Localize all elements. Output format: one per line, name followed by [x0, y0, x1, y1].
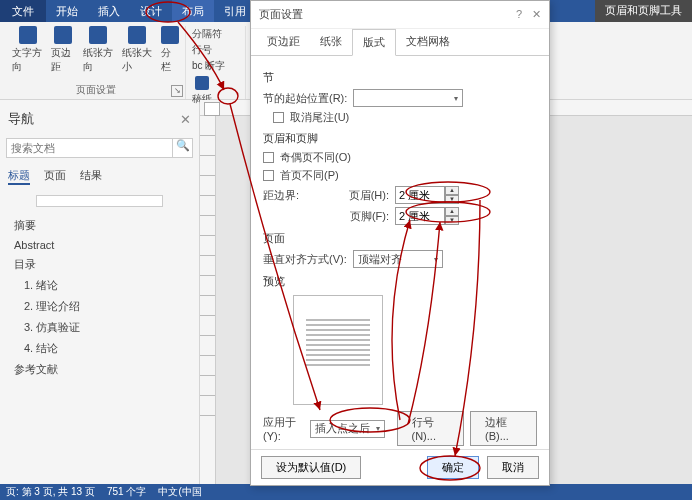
down-icon[interactable]: ▼	[445, 195, 459, 204]
cancel-button[interactable]: 取消	[487, 456, 539, 479]
nav-tab-headings[interactable]: 标题	[8, 168, 30, 185]
section-start-select[interactable]: ▾	[353, 89, 463, 107]
first-page-checkbox[interactable]	[263, 170, 274, 181]
tab-design[interactable]: 设计	[130, 0, 172, 22]
page-setup-launcher[interactable]: ↘	[171, 85, 183, 97]
dlg-tab-grid[interactable]: 文档网格	[396, 29, 460, 55]
line-numbers-dialog-button[interactable]: 行号(N)...	[397, 411, 464, 446]
orientation-button[interactable]: 纸张方向	[83, 26, 114, 74]
columns-label: 分栏	[161, 46, 179, 74]
margins-label: 页边距	[51, 46, 74, 74]
tab-home[interactable]: 开始	[46, 0, 88, 22]
page-setup-group-label: 页面设置	[76, 81, 116, 99]
navigation-pane: 导航 ✕ 🔍 标题 页面 结果 摘要 Abstract 目录 1. 绪论 2. …	[0, 100, 200, 484]
tab-insert[interactable]: 插入	[88, 0, 130, 22]
dlg-tab-margins[interactable]: 页边距	[257, 29, 310, 55]
outline-item[interactable]: 参考文献	[6, 359, 193, 380]
down-icon[interactable]: ▼	[445, 216, 459, 225]
status-words[interactable]: 751 个字	[107, 485, 146, 499]
outline-item[interactable]: 1. 绪论	[6, 275, 193, 296]
page-setup-dialog: 页面设置 ? ✕ 页边距 纸张 版式 文档网格 节 节的起始位置(R): ▾ 取…	[250, 0, 550, 486]
status-pages[interactable]: 页: 第 3 页, 共 13 页	[6, 485, 95, 499]
size-label: 纸张大小	[122, 46, 153, 74]
valign-select[interactable]: 顶端对齐▾	[353, 250, 443, 268]
footer-spinner[interactable]: ▲▼	[395, 207, 459, 225]
outline-item[interactable]: 3. 仿真验证	[6, 317, 193, 338]
vertical-ruler[interactable]	[200, 116, 216, 484]
text-direction-button[interactable]: 文字方向	[12, 26, 43, 74]
header-label: 页眉(H):	[339, 188, 389, 203]
first-page-label: 首页不同(P)	[280, 168, 339, 183]
nav-close-icon[interactable]: ✕	[180, 112, 191, 127]
odd-even-checkbox[interactable]	[263, 152, 274, 163]
odd-even-label: 奇偶页不同(O)	[280, 150, 351, 165]
dlg-tab-layout[interactable]: 版式	[352, 29, 396, 56]
preview-heading: 预览	[263, 274, 537, 289]
outline-item[interactable]: 4. 结论	[6, 338, 193, 359]
borders-dialog-button[interactable]: 边框(B)...	[470, 411, 537, 446]
page-heading: 页面	[263, 231, 537, 246]
suppress-endnotes-label: 取消尾注(U)	[290, 110, 349, 125]
preview-thumbnail	[293, 295, 383, 405]
header-spinner[interactable]: ▲▼	[395, 186, 459, 204]
footer-input[interactable]	[395, 207, 445, 225]
dialog-close-icon[interactable]: ✕	[532, 8, 541, 21]
outline-item[interactable]: 目录	[6, 254, 193, 275]
text-direction-label: 文字方向	[12, 46, 43, 74]
outline-item[interactable]: Abstract	[6, 236, 193, 254]
dialog-title: 页面设置	[259, 7, 303, 22]
margins-button[interactable]: 页边距	[51, 26, 74, 74]
section-start-label: 节的起始位置(R):	[263, 91, 347, 106]
nav-tab-pages[interactable]: 页面	[44, 168, 66, 185]
status-lang[interactable]: 中文(中国	[158, 485, 201, 499]
ok-button[interactable]: 确定	[427, 456, 479, 479]
apply-to-value: 插入点之后	[315, 421, 370, 436]
hyphenation-button[interactable]: bc 断字	[192, 58, 225, 74]
margin-label: 距边界:	[263, 188, 333, 203]
dialog-help-icon[interactable]: ?	[516, 8, 522, 21]
header-input[interactable]	[395, 186, 445, 204]
valign-value: 顶端对齐	[358, 252, 402, 267]
apply-to-select[interactable]: 插入点之后▾	[310, 420, 385, 438]
dlg-tab-paper[interactable]: 纸张	[310, 29, 352, 55]
up-icon[interactable]: ▲	[445, 186, 459, 195]
file-menu[interactable]: 文件	[0, 0, 46, 22]
apply-to-label: 应用于(Y):	[263, 415, 304, 442]
breaks-button[interactable]: 分隔符	[192, 26, 222, 42]
nav-search-button[interactable]: 🔍	[173, 138, 193, 158]
suppress-endnotes-checkbox[interactable]	[273, 112, 284, 123]
up-icon[interactable]: ▲	[445, 207, 459, 216]
hf-heading: 页眉和页脚	[263, 131, 537, 146]
set-default-button[interactable]: 设为默认值(D)	[261, 456, 361, 479]
size-button[interactable]: 纸张大小	[122, 26, 153, 74]
nav-search-input[interactable]	[6, 138, 173, 158]
nav-title: 导航	[8, 110, 34, 128]
contextual-tab[interactable]: 页眉和页脚工具	[595, 0, 692, 22]
section-heading: 节	[263, 70, 537, 85]
footer-label: 页脚(F):	[339, 209, 389, 224]
orientation-label: 纸张方向	[83, 46, 114, 74]
outline-item[interactable]: 摘要	[6, 215, 193, 236]
valign-label: 垂直对齐方式(V):	[263, 252, 347, 267]
outline-item[interactable]: 2. 理论介绍	[6, 296, 193, 317]
line-numbers-button[interactable]: 行号	[192, 42, 212, 58]
tab-layout[interactable]: 布局	[172, 0, 214, 22]
status-bar: 页: 第 3 页, 共 13 页 751 个字 中文(中国	[0, 484, 692, 500]
nav-thumb[interactable]	[36, 195, 163, 207]
columns-button[interactable]: 分栏	[161, 26, 179, 74]
nav-tab-results[interactable]: 结果	[80, 168, 102, 185]
